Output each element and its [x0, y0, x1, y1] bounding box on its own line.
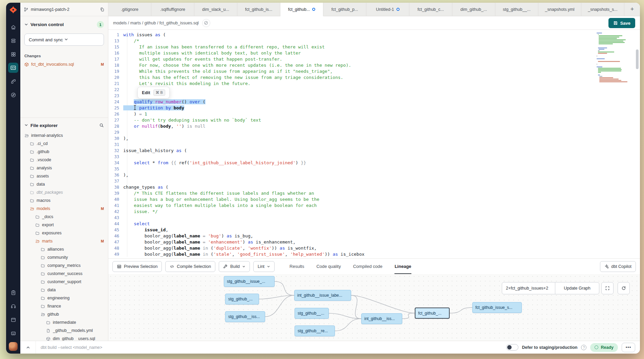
- editor-scrollbar[interactable]: [635, 30, 639, 258]
- panel-tab-compiled-code[interactable]: Compiled code: [353, 259, 383, 274]
- file-tree-item[interactable]: .vscode: [20, 156, 108, 164]
- chevron-down-icon: [267, 265, 270, 268]
- command-input[interactable]: dbt build --select <model_name>: [36, 345, 506, 350]
- build-button[interactable]: Build: [219, 261, 250, 272]
- lineage-node[interactable]: int_github__iss...: [361, 313, 402, 324]
- support-headset-icon[interactable]: [8, 301, 18, 311]
- code-line: 40 issue has a bug or enhancement label.…: [108, 196, 640, 203]
- scrollbar-thumb[interactable]: [636, 49, 639, 69]
- lineage-node[interactable]: stg_github__iss...: [225, 311, 265, 322]
- expand-command-bar-button[interactable]: [20, 341, 36, 354]
- editor-tab[interactable]: Untitled-1: [366, 3, 409, 16]
- file-tree-item[interactable]: github: [20, 310, 108, 318]
- chevron-down-icon[interactable]: [24, 122, 28, 128]
- editor-tab[interactable]: fct_github_is...: [237, 3, 280, 16]
- file-tree-item[interactable]: alliances: [20, 245, 108, 253]
- shortcuts-icon[interactable]: [8, 328, 18, 338]
- help-icon[interactable]: ?: [581, 345, 586, 350]
- file-tree-item[interactable]: customer_success: [20, 270, 108, 278]
- lineage-node[interactable]: stg_github_...: [225, 294, 259, 304]
- home-icon[interactable]: [8, 22, 18, 32]
- dashboard-icon[interactable]: [8, 49, 18, 59]
- lineage-node[interactable]: stg_github__...: [295, 308, 329, 319]
- environments-icon[interactable]: [8, 36, 18, 46]
- editor-tab[interactable]: _snapshots_s...: [581, 3, 624, 16]
- editor-tab[interactable]: stg_github__...: [495, 3, 538, 16]
- code-editor-icon[interactable]: [8, 63, 18, 73]
- desktop-background: mirnawong1-patch-2 Version control 1 Com…: [0, 0, 644, 359]
- git-branch-row[interactable]: mirnawong1-patch-2: [20, 3, 108, 16]
- panel-tab-results[interactable]: Results: [289, 259, 304, 274]
- file-tree-item[interactable]: data: [20, 286, 108, 294]
- editor-tab[interactable]: fct_github_c...: [409, 3, 452, 16]
- file-action-icon[interactable]: [202, 19, 210, 27]
- lineage-selector-input[interactable]: 2+fct_github_issues+2: [502, 282, 555, 294]
- docs-window-icon[interactable]: [8, 315, 18, 325]
- file-tree-item[interactable]: _github__models.yml: [20, 326, 108, 335]
- code-line: 24 qualify row_number() over (: [108, 99, 640, 105]
- editor-tab[interactable]: fct_github...: [280, 3, 323, 16]
- copy-icon[interactable]: [100, 7, 105, 12]
- file-tree-item[interactable]: macros: [20, 196, 108, 205]
- code-line: 20 this has the effect of removing the n…: [108, 75, 640, 81]
- refresh-icon: [621, 286, 626, 291]
- code-editor[interactable]: 1with issues as (13 /*15 If an issue has…: [108, 30, 640, 258]
- minimap[interactable]: [597, 33, 628, 83]
- more-options-button[interactable]: •••: [622, 343, 635, 352]
- file-tree-item[interactable]: analysis: [20, 164, 108, 172]
- file-tree-item[interactable]: assets: [20, 172, 108, 180]
- lineage-node[interactable]: int_github__issue_labe...: [294, 290, 351, 301]
- lineage-node[interactable]: fct_github_issue_s...: [472, 302, 522, 313]
- file-tree-item[interactable]: exposures: [20, 229, 108, 237]
- lineage-panel[interactable]: 2+fct_github_issues+2 Update Graph stg_g…: [108, 274, 640, 341]
- file-tree-item[interactable]: dim_github__users.sql: [20, 335, 108, 341]
- file-tree-item[interactable]: data: [20, 180, 108, 188]
- editor-tab[interactable]: dim_slack_u...: [194, 3, 237, 16]
- defer-toggle[interactable]: [506, 344, 518, 351]
- file-tree-item[interactable]: modelsM: [20, 205, 108, 213]
- new-tab-button[interactable]: +: [624, 3, 640, 16]
- panel-tab-code-quality[interactable]: Code quality: [316, 259, 341, 274]
- save-button[interactable]: Save: [608, 18, 635, 28]
- dbt-copilot-button[interactable]: dbt Copilot: [600, 261, 636, 272]
- file-tree-item[interactable]: martsM: [20, 237, 108, 245]
- lineage-node[interactable]: stg_github__issue_...: [224, 276, 275, 287]
- preview-selection-button[interactable]: Preview Selection: [112, 261, 162, 272]
- lineage-node[interactable]: stg_github__re...: [295, 325, 335, 336]
- changed-file-row[interactable]: fct_dbt_invocations.sql M: [24, 62, 104, 67]
- panel-tab-lineage[interactable]: Lineage: [394, 259, 411, 274]
- user-avatar[interactable]: [9, 342, 18, 351]
- orchestration-icon[interactable]: [8, 76, 18, 86]
- editor-tab[interactable]: _snapshots.yml: [538, 3, 581, 16]
- fullscreen-button[interactable]: [601, 282, 614, 294]
- file-tree-item[interactable]: intermediate: [20, 318, 108, 326]
- file-tree-item[interactable]: _docs: [20, 213, 108, 221]
- file-tree-item[interactable]: finance: [20, 302, 108, 310]
- editor-tab[interactable]: .sqlfluffignore: [151, 3, 194, 16]
- update-graph-button[interactable]: Update Graph: [555, 282, 599, 294]
- lint-button[interactable]: Lint: [253, 261, 275, 272]
- file-tree-item[interactable]: engineering: [20, 294, 108, 302]
- file-tree-item[interactable]: customer_support: [20, 278, 108, 286]
- notes-icon[interactable]: [8, 288, 18, 298]
- editor-tab[interactable]: .gitignore: [108, 3, 151, 16]
- compile-selection-button[interactable]: Compile Selection: [165, 261, 215, 272]
- file-tree-item[interactable]: .ci_cd: [20, 140, 108, 148]
- dbt-logo-icon[interactable]: [9, 5, 18, 14]
- lineage-node[interactable]: fct_github_...: [415, 308, 450, 319]
- file-tree-item[interactable]: company_metrics: [20, 261, 108, 270]
- code-line: 37: [108, 178, 640, 184]
- file-tree-item[interactable]: export: [20, 221, 108, 229]
- editor-tab[interactable]: dim_github_...: [452, 3, 495, 16]
- search-icon[interactable]: [99, 123, 104, 128]
- file-tree-item[interactable]: internal-analytics: [20, 131, 108, 140]
- edit-tooltip[interactable]: Edit ⌘ B: [137, 87, 170, 99]
- file-tree-item[interactable]: community: [20, 253, 108, 261]
- commit-and-sync-dropdown[interactable]: Commit and sync: [24, 34, 104, 46]
- refresh-button[interactable]: [618, 282, 630, 294]
- editor-tab[interactable]: fct_github_p...: [323, 3, 366, 16]
- file-tree-item[interactable]: .github: [20, 148, 108, 156]
- chevron-down-icon[interactable]: [24, 22, 28, 28]
- explore-compass-icon[interactable]: [8, 90, 18, 100]
- file-tree-item[interactable]: dbt_packages: [20, 188, 108, 196]
